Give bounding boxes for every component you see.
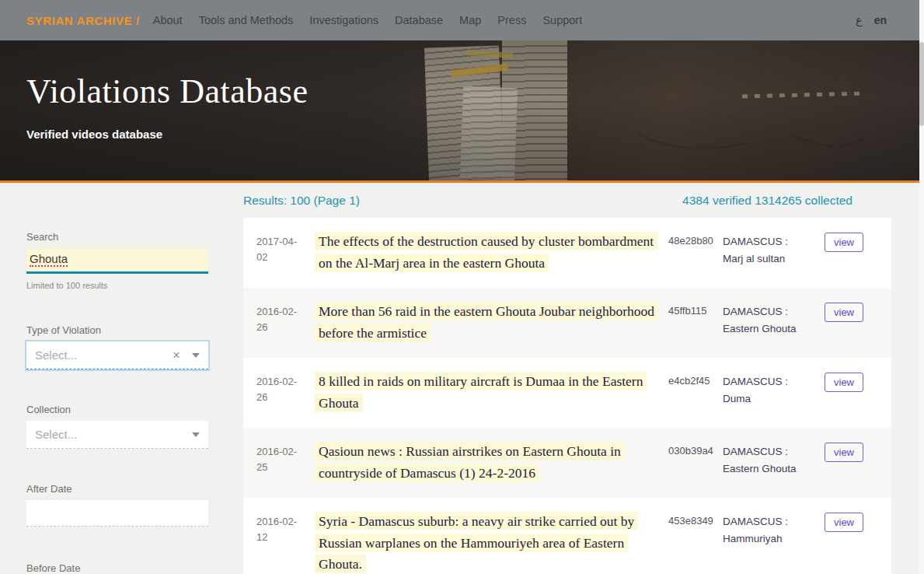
verified-collected-stats: 4384 verified 1314265 collected [682, 194, 853, 208]
collection-filter-group: Collection Select... [26, 404, 208, 449]
nav-item-tools-and-methods[interactable]: Tools and Methods [199, 14, 294, 26]
before-date-label: Before Date [26, 562, 208, 574]
nav-item-about[interactable]: About [153, 14, 183, 26]
result-date: 2017-04-02 [256, 231, 315, 265]
result-row: 2017-04-02 The effects of the destructio… [243, 218, 891, 288]
violation-filter-group: Type of Violation Select... × [26, 324, 208, 369]
result-location: DAMASCUS : Hammuriyah [723, 511, 818, 547]
results-count: Results: 100 (Page 1) [243, 194, 360, 208]
results-panel: Results: 100 (Page 1) 4384 verified 1314… [243, 183, 924, 574]
hero-banner: Violations Database Verified videos data… [0, 40, 924, 180]
collection-select[interactable]: Select... [26, 421, 208, 449]
after-date-input[interactable] [26, 500, 208, 527]
chevron-down-icon[interactable] [192, 353, 200, 358]
result-title: Qasioun news : Russian airstrikes on Eas… [315, 441, 668, 484]
result-id: 030b39a4 [668, 441, 723, 457]
result-date: 2016-02-25 [256, 441, 315, 475]
search-label: Search [26, 231, 208, 243]
lang-arabic-link[interactable]: ع [856, 13, 863, 27]
result-location: DAMASCUS : Eastern Ghouta [723, 441, 818, 477]
result-row: 2016-02-25 Qasioun news : Russian airstr… [243, 428, 891, 498]
result-title: 8 killed in raids on military aircraft i… [315, 371, 668, 414]
before-date-group: Before Date [26, 562, 208, 574]
violation-select[interactable]: Select... × [26, 341, 208, 369]
result-date: 2016-02-26 [256, 301, 315, 335]
highlighted-title-text: Qasioun news : Russian airstrikes on Eas… [315, 442, 625, 482]
result-id: e4cb2f45 [668, 371, 723, 387]
highlighted-title-text: 8 killed in raids on military aircraft i… [315, 372, 647, 412]
highlighted-title-text: Syria - Damascus suburb: a neavy air str… [315, 512, 638, 573]
view-button[interactable]: view [825, 233, 863, 252]
page-subtitle: Verified videos database [26, 128, 924, 141]
filter-sidebar: Search Ghouta Limited to 100 results Typ… [0, 183, 243, 574]
scrollbar-thumb[interactable] [919, 42, 924, 126]
result-date: 2016-02-12 [256, 511, 315, 545]
nav-item-database[interactable]: Database [395, 14, 443, 26]
collection-select-placeholder: Select... [35, 428, 192, 441]
results-list: 2017-04-02 The effects of the destructio… [243, 218, 891, 574]
nav-item-press[interactable]: Press [497, 14, 526, 26]
highlighted-title-text: The effects of the destruction caused by… [315, 232, 657, 272]
result-title: The effects of the destruction caused by… [315, 231, 668, 274]
scrollbar-track[interactable] [919, 0, 924, 574]
after-date-label: After Date [26, 483, 208, 495]
highlighted-title-text: More than 56 raid in the eastern Ghouta … [315, 302, 658, 342]
search-hint: Limited to 100 results [26, 281, 208, 290]
language-switcher: ع en [856, 13, 887, 27]
result-id: 45ffb115 [668, 301, 723, 317]
page-title: Violations Database [26, 72, 924, 111]
result-location: DAMASCUS : Eastern Ghouta [723, 301, 818, 337]
view-button[interactable]: view [825, 373, 863, 392]
search-group: Search Ghouta Limited to 100 results [26, 231, 208, 290]
site-logo[interactable]: SYRIAN ARCHIVE / [26, 14, 140, 27]
main-nav: About Tools and Methods Investigations D… [153, 14, 582, 26]
violation-label: Type of Violation [26, 324, 208, 336]
violation-select-placeholder: Select... [35, 348, 173, 362]
top-nav-bar: SYRIAN ARCHIVE / About Tools and Methods… [0, 0, 924, 40]
collection-label: Collection [26, 404, 208, 415]
result-id: 453e8349 [668, 511, 723, 527]
content-area: Search Ghouta Limited to 100 results Typ… [0, 183, 924, 574]
results-header: Results: 100 (Page 1) 4384 verified 1314… [243, 194, 891, 208]
result-id: 48e28b80 [668, 231, 723, 247]
search-input-value: Ghouta [30, 253, 68, 268]
view-button[interactable]: view [825, 303, 863, 322]
view-button[interactable]: view [825, 513, 863, 532]
result-location: DAMASCUS : Duma [723, 371, 818, 407]
nav-item-support[interactable]: Support [542, 14, 582, 26]
result-location: DAMASCUS : Marj al sultan [723, 231, 818, 267]
result-title: Syria - Damascus suburb: a neavy air str… [315, 511, 668, 574]
search-input[interactable]: Ghouta [26, 248, 208, 274]
chevron-down-icon[interactable] [192, 432, 200, 437]
nav-item-map[interactable]: Map [459, 14, 481, 26]
result-date: 2016-02-26 [256, 371, 315, 405]
nav-item-investigations[interactable]: Investigations [309, 14, 378, 26]
lang-english-link[interactable]: en [874, 14, 887, 26]
result-row: 2016-02-26 8 killed in raids on military… [243, 358, 891, 428]
view-button[interactable]: view [825, 443, 863, 462]
result-title: More than 56 raid in the eastern Ghouta … [315, 301, 668, 344]
result-row: 2016-02-26 More than 56 raid in the east… [243, 288, 891, 358]
after-date-group: After Date [26, 483, 208, 527]
clear-icon[interactable]: × [173, 348, 180, 362]
result-row: 2016-02-12 Syria - Damascus suburb: a ne… [243, 498, 891, 574]
